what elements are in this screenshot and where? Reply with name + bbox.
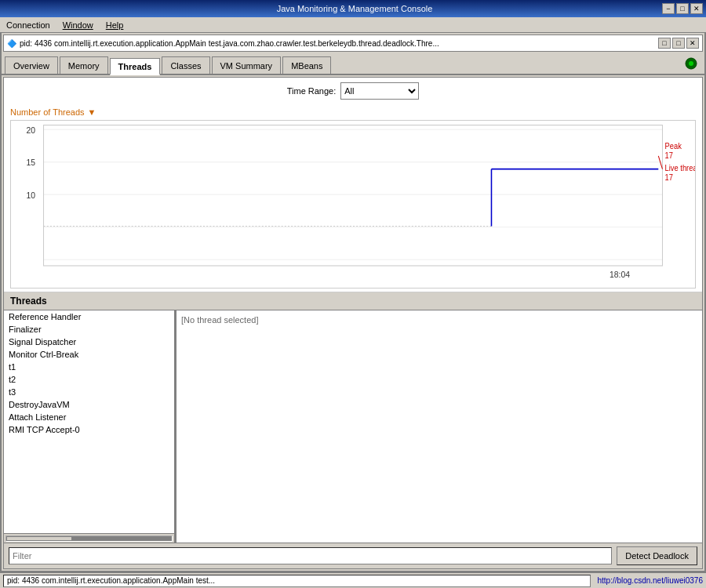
thread-detail-placeholder: [No thread selected] xyxy=(181,315,258,325)
menu-connection[interactable]: Connection xyxy=(3,20,53,31)
status-bar: pid: 4436 com.intellij.rt.execution.appl… xyxy=(0,572,706,588)
minimize-button[interactable]: − xyxy=(662,3,675,14)
list-item[interactable]: DestroyJavaVM xyxy=(4,398,174,411)
list-item[interactable]: t1 xyxy=(4,361,174,373)
threads-list[interactable]: Reference Handler Finalizer Signal Dispa… xyxy=(4,310,174,533)
svg-text:18:04: 18:04 xyxy=(610,269,630,278)
threads-list-container: Reference Handler Finalizer Signal Dispa… xyxy=(4,310,176,543)
list-item[interactable]: Monitor Ctrl-Break xyxy=(4,348,174,361)
menu-bar: Connection Window Help xyxy=(0,17,706,33)
pid-restore-button[interactable]: □ xyxy=(658,38,671,49)
app-window: 🔷 pid: 4436 com.intellij.rt.execution.ap… xyxy=(0,33,706,572)
tabs-container: Overview Memory Threads Classes VM Summa… xyxy=(2,53,704,75)
list-item[interactable]: Finalizer xyxy=(4,323,174,336)
tab-overview[interactable]: Overview xyxy=(5,56,58,74)
threads-section-header: Threads xyxy=(4,292,702,310)
title-bar: Java Monitoring & Management Console − □… xyxy=(0,0,706,17)
svg-text:17: 17 xyxy=(665,151,673,160)
maximize-button[interactable]: □ xyxy=(676,3,689,14)
list-item[interactable]: t3 xyxy=(4,386,174,398)
pid-max-button[interactable]: □ xyxy=(672,38,685,49)
detect-deadlock-button[interactable]: Detect Deadlock xyxy=(617,546,697,565)
status-right: http://blog.csdn.net/liuwei0376 xyxy=(597,576,703,585)
pid-window-controls: □ □ ✕ xyxy=(658,38,699,49)
svg-text:20: 20 xyxy=(27,125,36,134)
threads-section: Threads Reference Handler Finalizer Sign… xyxy=(4,292,702,568)
list-item[interactable]: Attach Listener xyxy=(4,411,174,423)
main-content: Time Range: All Last 1 min Last 5 min La… xyxy=(3,77,703,569)
chart-title: Number of Threads ▼ xyxy=(10,107,696,117)
threads-scrollbar[interactable] xyxy=(4,533,174,543)
title-bar-controls: − □ ✕ xyxy=(662,3,706,14)
svg-rect-10 xyxy=(44,125,663,266)
svg-text:10: 10 xyxy=(27,190,36,199)
chart-title-text: Number of Threads xyxy=(10,107,85,117)
chart-section: Number of Threads ▼ 20 15 10 xyxy=(4,104,702,292)
svg-point-1 xyxy=(689,61,693,66)
status-left: pid: 4436 com.intellij.rt.execution.appl… xyxy=(3,575,591,587)
scrollbar-track[interactable] xyxy=(5,535,173,542)
pid-icon: 🔷 xyxy=(7,39,16,48)
tab-classes[interactable]: Classes xyxy=(162,56,209,74)
svg-text:15: 15 xyxy=(27,158,36,167)
tab-vm-summary[interactable]: VM Summary xyxy=(212,56,282,74)
tab-mbeans[interactable]: MBeans xyxy=(282,56,331,74)
pid-bar: 🔷 pid: 4436 com.intellij.rt.execution.ap… xyxy=(3,34,703,52)
tab-memory[interactable]: Memory xyxy=(60,56,108,74)
thread-detail: [No thread selected] xyxy=(176,310,702,543)
threads-footer: Detect Deadlock xyxy=(4,543,702,568)
svg-text:Peak: Peak xyxy=(665,142,682,151)
scrollbar-thumb[interactable] xyxy=(6,536,72,541)
list-item[interactable]: Signal Dispatcher xyxy=(4,336,174,348)
svg-text:17: 17 xyxy=(665,173,673,182)
svg-text:Live threads: Live threads xyxy=(665,164,695,172)
tab-threads[interactable]: Threads xyxy=(110,58,161,75)
list-item[interactable]: Reference Handler xyxy=(4,310,174,323)
threads-body: Reference Handler Finalizer Signal Dispa… xyxy=(4,310,702,543)
chart-area: 20 15 10 Peak 17 Live threads 17 xyxy=(10,120,696,289)
title-bar-text: Java Monitoring & Management Console xyxy=(47,4,662,13)
chart-dropdown-icon[interactable]: ▼ xyxy=(88,107,96,117)
pid-close-button[interactable]: ✕ xyxy=(686,38,699,49)
filter-input[interactable] xyxy=(9,547,612,564)
connection-icon xyxy=(684,56,698,71)
menu-window[interactable]: Window xyxy=(60,20,96,31)
close-button[interactable]: ✕ xyxy=(690,3,703,14)
time-range-bar: Time Range: All Last 1 min Last 5 min La… xyxy=(4,78,702,104)
menu-help[interactable]: Help xyxy=(103,20,127,31)
pid-text: pid: 4436 com.intellij.rt.execution.appl… xyxy=(20,39,439,48)
chart-svg: 20 15 10 Peak 17 Live threads 17 xyxy=(11,121,695,288)
time-range-select[interactable]: All Last 1 min Last 5 min Last 10 min xyxy=(340,82,419,100)
svg-line-14 xyxy=(658,156,662,169)
list-item[interactable]: RMI TCP Accept-0 xyxy=(4,423,174,436)
list-item[interactable]: t2 xyxy=(4,373,174,386)
time-range-label: Time Range: xyxy=(287,86,337,96)
